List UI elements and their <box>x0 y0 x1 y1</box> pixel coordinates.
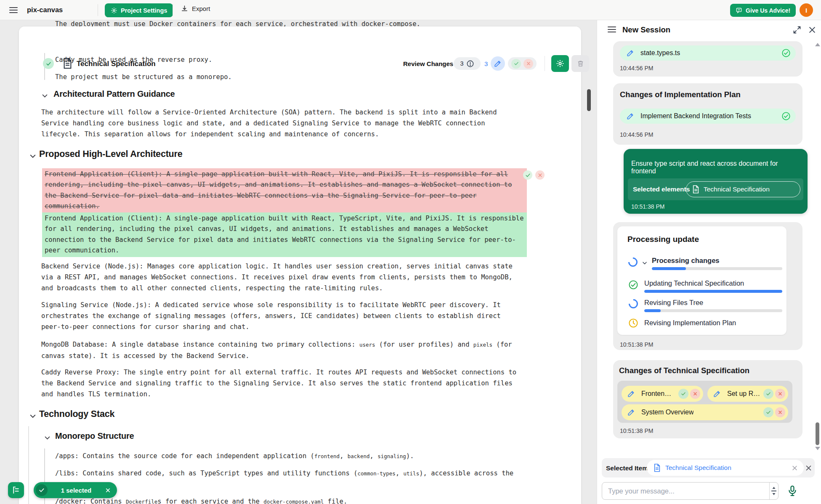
x-icon <box>693 391 698 396</box>
review-changes-label: Review Changes <box>403 60 453 67</box>
chevron-down-icon[interactable] <box>44 434 51 441</box>
diff-added-block: Frontend Application (Client): A single-… <box>42 212 527 257</box>
gear-icon <box>111 7 117 14</box>
session-title: New Session <box>622 25 670 34</box>
progress-bar <box>644 309 782 312</box>
accept-button[interactable] <box>763 407 773 417</box>
spinner-icon <box>627 297 640 310</box>
clear-selection-icon[interactable] <box>105 487 111 493</box>
accept-button[interactable] <box>678 389 688 399</box>
doc-heading-proposed-architecture: Proposed High-Level Architecture <box>39 149 182 159</box>
microphone-icon[interactable] <box>786 485 798 498</box>
pencil-icon <box>627 49 634 57</box>
reject-button[interactable] <box>690 389 700 399</box>
chevron-down-icon[interactable] <box>29 152 37 160</box>
inline-code: utils <box>404 470 420 477</box>
doc-line-apps: /apps: Contains the source code for each… <box>55 451 535 462</box>
check-icon <box>766 391 771 396</box>
spec-chip[interactable]: System Overview <box>622 404 788 420</box>
spec-chip[interactable]: Fronten… <box>622 386 703 402</box>
advice-label: Give Us Advice! <box>746 7 790 14</box>
diff-removed-block: Frontend Application (Client): A single-… <box>42 168 527 213</box>
export-label: Export <box>192 5 210 12</box>
trash-icon <box>577 60 584 67</box>
resize-handle[interactable] <box>769 483 778 499</box>
progress-bar <box>644 290 782 293</box>
message-input[interactable] <box>602 482 778 500</box>
document-scrollbar[interactable] <box>587 89 591 111</box>
gear-icon <box>556 59 564 68</box>
selected-items-label: Selected Items <box>606 464 652 472</box>
reject-button[interactable] <box>775 389 785 399</box>
progress-bar <box>652 267 782 270</box>
doc-paragraph-backend: Backend Service (Node.js): Manages core … <box>41 261 521 294</box>
spec-chip-label: Fronten… <box>641 390 671 398</box>
x-icon <box>778 410 783 415</box>
approve-reject-group <box>508 57 537 70</box>
processing-row-label: Updating Technical Specification <box>644 279 744 287</box>
selected-item-chip[interactable]: Technical Specification <box>647 460 804 476</box>
reject-all-button[interactable] <box>523 59 533 69</box>
inline-code: backend <box>348 453 370 459</box>
chevron-down-icon[interactable] <box>29 412 37 420</box>
reject-change-button[interactable] <box>535 170 545 180</box>
message-card-file-update: state.types.ts 10:44:56 PM <box>613 41 802 77</box>
session-menu-icon[interactable] <box>608 27 616 32</box>
inline-code: Dockerfile <box>126 499 157 504</box>
approve-all-button[interactable] <box>511 59 521 69</box>
remove-item-icon[interactable] <box>792 465 798 471</box>
close-icon[interactable] <box>808 26 816 34</box>
divider <box>173 4 173 16</box>
divider <box>98 4 98 16</box>
expand-icon[interactable] <box>793 26 801 34</box>
accept-button[interactable] <box>763 389 773 399</box>
document-icon <box>692 185 699 194</box>
plan-chip-label: Implement Backend Integration Tests <box>640 112 751 120</box>
check-circle-icon <box>781 111 791 121</box>
avatar[interactable]: I <box>800 3 813 17</box>
pending-count: 3 <box>460 60 463 67</box>
spinner-icon <box>626 255 639 268</box>
top-bar: pix-canvas Project Settings Export Give … <box>0 0 821 20</box>
sidebar-scrollbar[interactable] <box>816 422 819 445</box>
selected-elements-label: Selected elements <box>633 186 690 193</box>
pencil-icon <box>627 112 634 120</box>
list-tree-icon <box>12 486 20 494</box>
check-icon <box>514 61 519 66</box>
spec-chips-container: Fronten… Set up R… System Overview <box>617 381 792 423</box>
pencil-icon <box>713 390 721 398</box>
chevron-down-icon[interactable] <box>642 260 648 266</box>
export-button[interactable]: Export <box>181 5 210 12</box>
doc-heading-architectural-pattern: Architectural Pattern Guidance <box>53 89 175 99</box>
scroll-down-arrow[interactable] <box>815 447 820 450</box>
check-circle-icon <box>628 280 638 290</box>
file-chip[interactable]: state.types.ts <box>620 45 796 61</box>
scroll-up-arrow[interactable] <box>815 43 820 46</box>
menu-icon[interactable] <box>9 7 18 13</box>
card-heading: Changes of Technical Specification <box>619 366 749 375</box>
chevron-down-icon[interactable] <box>41 92 48 99</box>
accept-change-button[interactable] <box>523 170 532 180</box>
progress-fill <box>644 309 661 312</box>
delete-doc-button[interactable] <box>571 55 589 72</box>
pencil-icon <box>627 390 635 398</box>
give-us-advice-button[interactable]: Give Us Advice! <box>730 4 796 17</box>
selection-pill[interactable]: 1 selected <box>34 482 117 498</box>
pending-changes-badge[interactable]: 3 <box>454 57 481 70</box>
selected-item-label: Technical Specification <box>665 464 731 472</box>
spec-chip[interactable]: Set up R… <box>707 386 788 402</box>
project-settings-button[interactable]: Project Settings <box>105 3 173 17</box>
reject-button[interactable] <box>775 407 785 417</box>
inline-code: common-types <box>358 470 396 477</box>
selected-element-chip[interactable]: Technical Specification <box>686 181 800 197</box>
plan-chip[interactable]: Implement Backend Integration Tests <box>620 109 796 124</box>
outline-toggle-button[interactable] <box>8 482 24 498</box>
doc-settings-button[interactable] <box>551 55 569 72</box>
edit-mode-button[interactable] <box>491 56 505 71</box>
doc-heading-technology-stack: Technology Stack <box>39 409 114 419</box>
processing-heading: Processing update <box>627 235 699 244</box>
document-icon <box>63 58 72 69</box>
clear-selected-items-icon[interactable] <box>805 464 812 472</box>
inline-code: frontend <box>314 453 340 459</box>
check-icon <box>766 410 771 415</box>
